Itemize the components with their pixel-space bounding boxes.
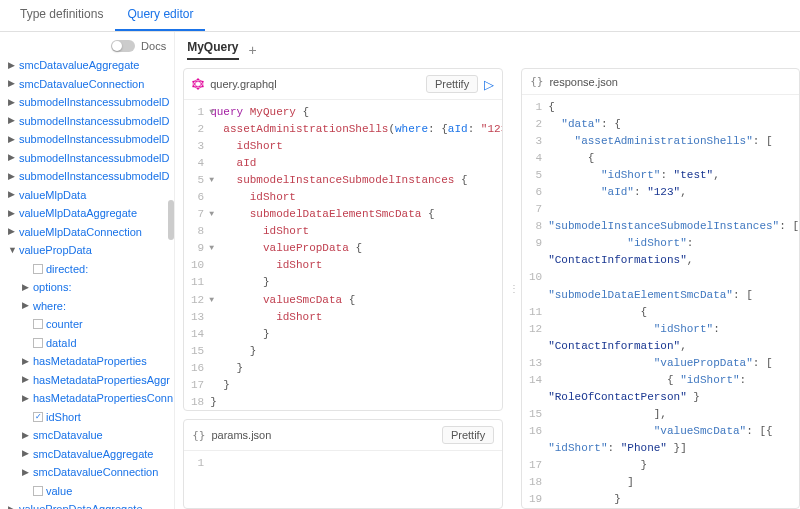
tree-item[interactable]: ▶hasMetadataPropertiesAggr: [22, 371, 174, 390]
response-panel-header: {} response.json: [522, 69, 799, 95]
tree-item[interactable]: counter: [22, 315, 174, 334]
run-query-button[interactable]: ▷: [484, 77, 494, 92]
tree-item[interactable]: ▶submodelInstancessubmodelD: [8, 112, 174, 131]
tab-type-definitions[interactable]: Type definitions: [8, 0, 115, 31]
tree-item[interactable]: ▶submodelInstancessubmodelD: [8, 167, 174, 186]
graphql-icon: [192, 78, 204, 90]
response-panel: {} response.json 1{2 "data": {3 "assetAd…: [521, 68, 800, 509]
prettify-params-button[interactable]: Prettify: [442, 426, 494, 444]
tree-item[interactable]: ▶smcDatavalueAggregate: [8, 56, 174, 75]
braces-icon: {}: [192, 429, 205, 442]
tree-item[interactable]: ▶valueMlpDataAggregate: [8, 204, 174, 223]
tree-item[interactable]: ▶where:: [22, 297, 174, 316]
column-resize-handle[interactable]: ⋮⋮: [509, 68, 515, 509]
params-panel-title: params.json: [211, 429, 271, 441]
tree-item[interactable]: ▶hasMetadataPropertiesConn: [22, 389, 174, 408]
tree-item[interactable]: dataId: [22, 334, 174, 353]
query-panel: query.graphql Prettify ▷ 1▼query MyQuery…: [183, 68, 503, 411]
svg-point-4: [193, 86, 195, 88]
prettify-query-button[interactable]: Prettify: [426, 75, 478, 93]
response-viewer-code[interactable]: 1{2 "data": {3 "assetAdministrationShell…: [522, 95, 799, 508]
tree-item[interactable]: ▶valueMlpDataConnection: [8, 223, 174, 242]
query-editor-code[interactable]: 1▼query MyQuery {2 assetAdministrationSh…: [184, 100, 502, 410]
tree-item[interactable]: value: [22, 482, 174, 501]
schema-tree: ▶smcDatavalueAggregate▶smcDatavalueConne…: [4, 56, 174, 509]
tree-item[interactable]: directed:: [22, 260, 174, 279]
response-panel-title: response.json: [549, 76, 618, 88]
docs-label: Docs: [141, 40, 166, 52]
tree-item[interactable]: ▶submodelInstancessubmodelD: [8, 149, 174, 168]
left-column: query.graphql Prettify ▷ 1▼query MyQuery…: [183, 68, 503, 509]
svg-point-5: [193, 81, 195, 83]
tree-item[interactable]: ▶submodelInstancessubmodelD: [8, 130, 174, 149]
tree-item[interactable]: ▶valuePropDataAggregate: [8, 500, 174, 509]
editor-area: MyQuery + query.graphql Prettify ▷: [175, 32, 800, 509]
svg-point-3: [197, 88, 199, 90]
tree-item[interactable]: ✓idShort: [22, 408, 174, 427]
tree-item[interactable]: ▶submodelInstancessubmodelD: [8, 93, 174, 112]
braces-icon: {}: [530, 75, 543, 88]
params-panel: {} params.json Prettify 1: [183, 419, 503, 509]
tree-item[interactable]: ▶options:: [22, 278, 174, 297]
tree-item[interactable]: ▶smcDatavalue: [22, 426, 174, 445]
query-panel-title: query.graphql: [210, 78, 276, 90]
right-column: {} response.json 1{2 "data": {3 "assetAd…: [521, 68, 800, 509]
file-tabs: MyQuery +: [183, 40, 800, 68]
explorer-sidebar: Docs ▶smcDatavalueAggregate▶smcDatavalue…: [0, 32, 175, 509]
tree-item[interactable]: ▼valuePropData: [8, 241, 174, 260]
add-tab-button[interactable]: +: [249, 42, 257, 58]
svg-point-2: [202, 86, 204, 88]
main-layout: Docs ▶smcDatavalueAggregate▶smcDatavalue…: [0, 32, 800, 509]
tab-query-editor[interactable]: Query editor: [115, 0, 205, 31]
tree-item[interactable]: ▶smcDatavalueConnection: [22, 463, 174, 482]
tree-item[interactable]: ▶hasMetadataProperties: [22, 352, 174, 371]
params-panel-header: {} params.json Prettify: [184, 420, 502, 451]
docs-toggle[interactable]: [111, 40, 135, 52]
query-panel-header: query.graphql Prettify ▷: [184, 69, 502, 100]
svg-point-0: [197, 78, 199, 80]
tree-item[interactable]: ▶valueMlpData: [8, 186, 174, 205]
docs-toggle-row: Docs: [4, 36, 174, 56]
panels-row: query.graphql Prettify ▷ 1▼query MyQuery…: [183, 68, 800, 509]
file-tab-myquery[interactable]: MyQuery: [187, 40, 238, 60]
top-tabs: Type definitions Query editor: [0, 0, 800, 32]
sidebar-scrollbar[interactable]: [168, 60, 174, 260]
svg-point-1: [202, 81, 204, 83]
tree-item[interactable]: ▶smcDatavalueAggregate: [22, 445, 174, 464]
tree-item[interactable]: ▶smcDatavalueConnection: [8, 75, 174, 94]
params-editor-code[interactable]: 1: [184, 451, 502, 508]
